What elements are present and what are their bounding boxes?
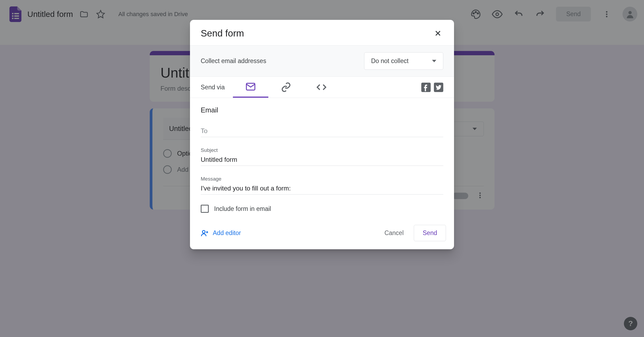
include-form-label: Include form in email	[214, 205, 271, 213]
collect-email-value: Do not collect	[371, 57, 408, 65]
chevron-down-icon	[432, 60, 436, 62]
collect-email-row: Collect email addresses Do not collect	[190, 45, 454, 77]
svg-point-20	[202, 230, 205, 233]
tab-link[interactable]	[268, 77, 304, 98]
send-form-dialog: Send form Collect email addresses Do not…	[190, 20, 454, 249]
close-icon[interactable]	[433, 28, 443, 39]
add-editor-label: Add editor	[213, 229, 241, 237]
send-button[interactable]: Send	[414, 225, 446, 241]
message-label: Message	[201, 176, 443, 182]
to-input[interactable]	[201, 125, 443, 137]
subject-label: Subject	[201, 147, 443, 153]
subject-input[interactable]	[201, 154, 443, 166]
message-input[interactable]	[201, 182, 443, 195]
facebook-icon[interactable]	[421, 83, 431, 92]
tab-embed[interactable]	[304, 77, 339, 98]
tab-email[interactable]	[233, 77, 268, 98]
email-section-title: Email	[201, 106, 443, 114]
twitter-icon[interactable]	[434, 83, 443, 92]
collect-email-label: Collect email addresses	[201, 57, 266, 65]
add-editor-button[interactable]: Add editor	[198, 229, 241, 237]
collect-email-dropdown[interactable]: Do not collect	[364, 52, 443, 70]
include-form-checkbox[interactable]	[201, 205, 209, 213]
send-via-tabs: Send via	[190, 77, 454, 98]
cancel-button[interactable]: Cancel	[377, 225, 411, 241]
send-via-label: Send via	[201, 84, 225, 91]
dialog-title: Send form	[201, 28, 244, 39]
